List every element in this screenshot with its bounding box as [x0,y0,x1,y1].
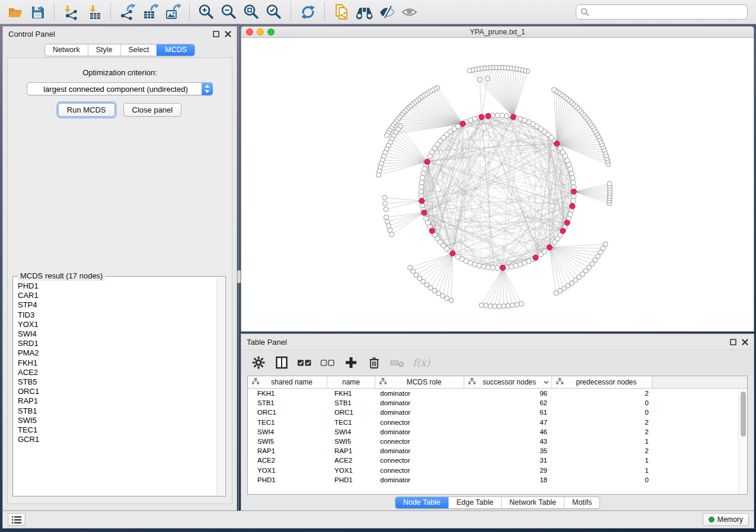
window-minimize-button[interactable] [257,28,264,36]
table-row[interactable]: ACE2ACE2connector311 [248,456,747,465]
table-cell: YOX1 [248,467,327,474]
table-cell: 46 [464,428,552,435]
table-settings-button[interactable] [250,354,267,371]
table-cell: dominator [375,447,464,454]
optimization-criterion-label: Optimization criterion: [8,68,232,77]
select-all-rows-button[interactable] [296,354,314,371]
column-header-shared-name[interactable]: shared name [248,376,327,388]
table-row[interactable]: FKH1FKH1dominator962 [248,389,747,398]
memory-label: Memory [717,515,743,524]
table-scrollbar-thumb[interactable] [741,392,746,437]
import-network-button[interactable] [61,2,81,22]
deselect-all-rows-button[interactable] [319,354,337,371]
export-image-button[interactable] [162,2,183,22]
table-cell: 61 [464,409,552,416]
tab-style[interactable]: Style [88,44,120,56]
show-hide-details-button[interactable] [377,2,397,22]
import-table-button[interactable] [84,2,104,22]
mcds-result-item[interactable]: SWI4 [18,329,212,339]
mcds-result-item[interactable]: GCR1 [18,435,212,444]
tab-motifs[interactable]: Motifs [564,497,599,508]
mcds-result-scrollbar[interactable] [216,277,225,495]
delete-column-button[interactable] [365,354,383,371]
clone-network-icon [333,4,350,20]
search-input[interactable] [592,8,743,16]
mcds-result-item[interactable]: STP4 [18,300,212,310]
save-session-button[interactable] [27,2,47,22]
table-row[interactable]: TEC1TEC1connector472 [248,418,747,427]
window-zoom-button[interactable] [267,28,275,36]
birds-eye-view-button[interactable] [399,2,419,22]
mcds-result-item[interactable]: STB1 [18,406,212,416]
mcds-result-item[interactable]: STB5 [18,377,212,387]
network-window-titlebar[interactable]: YPA_prune.txt_1 [241,27,754,38]
export-table-button[interactable] [140,2,160,22]
table-cell: dominator [375,476,464,483]
column-header-predecessor-nodes[interactable]: predecessor nodes [552,376,652,388]
tab-node-table[interactable]: Node Table [395,497,448,508]
table-cell: SWI5 [327,438,375,445]
toolbar-separator [54,3,55,21]
run-mcds-button[interactable]: Run MCDS [58,103,115,117]
close-panel-icon[interactable] [225,31,231,37]
mcds-result-item[interactable]: SRD1 [18,339,212,348]
zoom-out-button[interactable] [219,2,239,22]
column-header-successor-nodes[interactable]: successor nodes [464,376,552,388]
zoom-selected-button[interactable] [264,2,284,22]
column-chooser-button[interactable] [273,354,291,371]
tab-mcds[interactable]: MCDS [157,44,194,56]
task-history-button[interactable] [8,513,25,526]
open-session-button[interactable] [5,2,25,22]
column-type-icon [468,378,476,384]
tab-select[interactable]: Select [120,44,157,56]
table-row[interactable]: ORC1ORC1dominator610 [248,408,747,417]
window-close-button[interactable] [246,28,253,36]
table-cell: SWI5 [248,438,327,445]
mcds-result-item[interactable]: CAR1 [18,291,212,300]
mcds-result-item[interactable]: ORC1 [18,387,212,396]
table-row[interactable]: STB1STB1dominator620 [248,398,747,408]
add-column-button[interactable] [342,354,360,371]
zoom-in-button[interactable] [196,2,216,22]
mcds-result-item[interactable]: PHD1 [18,281,212,291]
mcds-result-item[interactable]: PMA2 [18,348,212,358]
global-search[interactable] [576,4,748,20]
table-scrollbar[interactable] [738,389,747,494]
tab-edge-table[interactable]: Edge Table [448,497,501,508]
close-panel-button[interactable]: Close panel [123,103,182,117]
memory-button[interactable]: Memory [703,513,749,526]
table-row[interactable]: SWI4SWI4dominator462 [248,427,747,437]
column-header-name[interactable]: name [327,376,375,388]
mcds-result-item[interactable]: TID3 [18,310,212,320]
mcds-result-item[interactable]: TEC1 [18,425,212,435]
table-row[interactable]: RAP1RAP1dominator352 [248,446,747,456]
column-type-icon [379,378,387,384]
criterion-select[interactable]: largest connected component (undirected) [27,82,213,95]
float-table-panel-icon[interactable] [730,339,736,345]
mcds-result-item[interactable]: RAP1 [18,396,212,406]
mcds-result-item[interactable]: FKH1 [18,358,212,368]
tab-network-table[interactable]: Network Table [501,497,564,508]
zoom-fit-button[interactable] [241,2,261,22]
column-header-MCDS-role[interactable]: MCDS role [375,376,464,388]
float-panel-icon[interactable] [213,31,219,37]
table-row[interactable]: SWI5SWI5connector431 [248,437,747,446]
search-network-button[interactable] [354,2,374,22]
apply-layout-button[interactable] [298,2,318,22]
panel-divider[interactable] [237,26,241,511]
table-cell: dominator [375,390,464,397]
network-canvas[interactable] [241,38,754,331]
clone-network-button[interactable] [331,2,352,22]
content-area: Control Panel NetworkStyleSelectMCDS Opt… [2,24,754,511]
table-row[interactable]: YOX1YOX1connector291 [248,466,747,475]
mcds-result-list[interactable]: PHD1CAR1STP4TID3YOX1SWI4SRD1PMA2FKH1ACE2… [14,277,216,495]
mcds-result-item[interactable]: ACE2 [18,368,212,377]
table-cell: PHD1 [248,476,327,483]
export-network-button[interactable] [117,2,138,22]
mcds-result-item[interactable]: YOX1 [18,320,212,329]
table-row[interactable]: PHD1PHD1dominator180 [248,475,747,485]
mcds-result-item[interactable]: SWI5 [18,416,212,425]
divider-grip-handle[interactable] [237,270,241,283]
close-table-panel-icon[interactable] [742,339,748,345]
tab-network[interactable]: Network [45,44,88,56]
